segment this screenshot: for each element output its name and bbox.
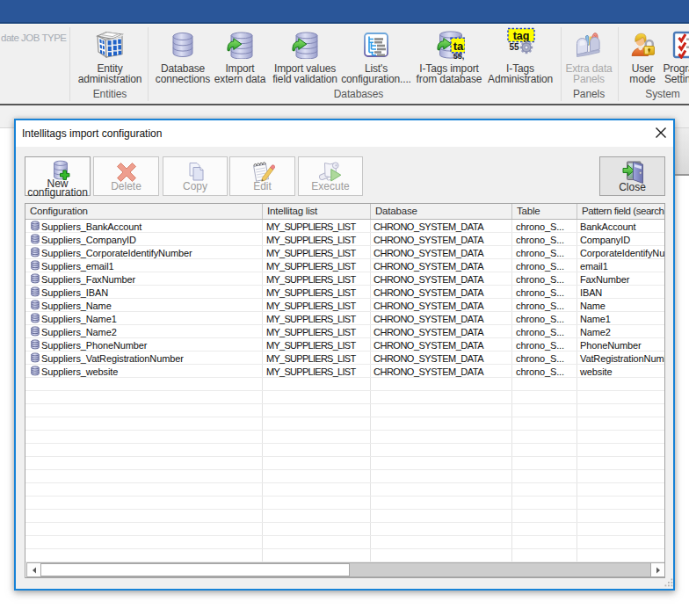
svg-text:55,: 55,: [453, 52, 465, 61]
svg-text:tag: tag: [513, 30, 530, 42]
svg-text:55: 55: [509, 42, 519, 52]
svg-text:ta: ta: [453, 40, 464, 53]
